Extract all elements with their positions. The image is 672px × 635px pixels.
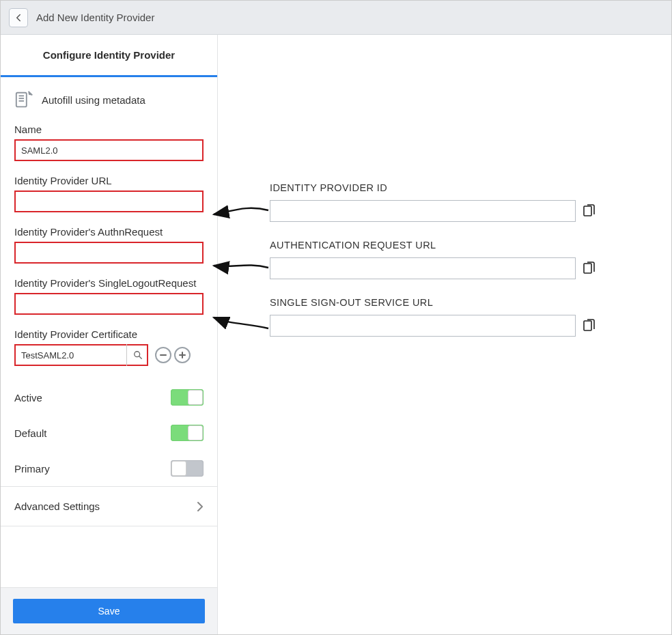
primary-label: Primary (14, 463, 50, 475)
metadata-file-icon (14, 89, 35, 110)
active-toggle[interactable] (171, 389, 204, 406)
signout-url-label: SINGLE SIGN-OUT SERVICE URL (270, 297, 598, 308)
authn-label: Identity Provider's AuthnRequest (14, 226, 204, 238)
cert-label: Identity Provider Certificate (14, 328, 204, 340)
idp-url-label: Identity Provider URL (14, 175, 204, 186)
page-title: Add New Identity Provider (36, 12, 154, 23)
advanced-settings-row[interactable]: Advanced Settings (1, 486, 217, 526)
auth-url-label: AUTHENTICATION REQUEST URL (270, 240, 598, 251)
svg-rect-0 (16, 93, 27, 107)
authn-input[interactable] (14, 242, 204, 264)
auth-url-input[interactable] (270, 257, 576, 279)
signout-url-copy-button[interactable] (581, 318, 598, 334)
svg-rect-9 (584, 206, 591, 216)
plus-icon (178, 351, 186, 359)
copy-icon (583, 204, 596, 218)
cert-search-button[interactable] (126, 344, 148, 366)
auth-url-copy-button[interactable] (581, 260, 598, 277)
search-icon (133, 350, 143, 360)
back-button[interactable] (9, 8, 28, 27)
idp-id-label: IDENTITY PROVIDER ID (270, 182, 598, 193)
copy-icon (583, 319, 596, 333)
primary-toggle[interactable] (171, 460, 204, 477)
svg-rect-10 (584, 264, 591, 273)
idp-url-input[interactable] (14, 190, 204, 212)
idp-id-copy-button[interactable] (581, 203, 598, 219)
name-input[interactable] (14, 139, 204, 161)
chevron-left-icon (14, 14, 23, 22)
active-label: Active (14, 392, 42, 404)
svg-rect-11 (584, 321, 591, 330)
chevron-right-icon (197, 502, 204, 511)
left-panel: Configure Identity Provider Autofill usi… (1, 35, 218, 634)
default-toggle[interactable] (171, 425, 204, 441)
name-label: Name (14, 124, 204, 135)
signout-url-input[interactable] (270, 315, 576, 337)
cert-add-button[interactable] (174, 347, 191, 363)
save-button[interactable]: Save (13, 599, 205, 623)
autofill-row[interactable]: Autofill using metadata (14, 89, 204, 110)
svg-line-5 (139, 356, 141, 359)
minus-icon (159, 351, 167, 359)
slo-label: Identity Provider's SingleLogoutRequest (14, 277, 204, 289)
autofill-label: Autofill using metadata (42, 94, 145, 106)
slo-input[interactable] (14, 293, 204, 315)
right-panel: IDENTITY PROVIDER ID AUTHENTICATION REQU… (218, 35, 671, 634)
copy-icon (583, 262, 596, 275)
cert-remove-button[interactable] (155, 347, 171, 363)
advanced-settings-label: Advanced Settings (14, 500, 100, 512)
tab-configure-idp[interactable]: Configure Identity Provider (1, 35, 217, 77)
default-label: Default (14, 427, 47, 439)
idp-id-input[interactable] (270, 200, 576, 222)
